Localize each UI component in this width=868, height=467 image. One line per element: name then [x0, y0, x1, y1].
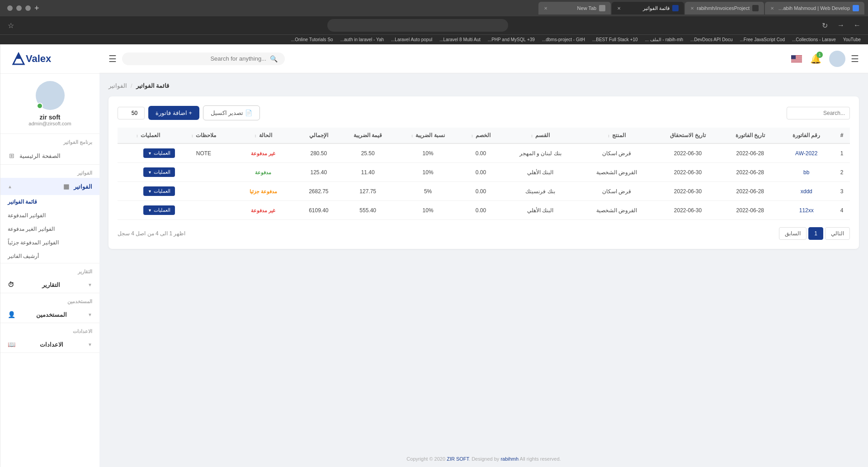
- maximize-button[interactable]: [16, 5, 22, 11]
- cell-section: البنك الأهلي: [502, 163, 579, 182]
- toolbar-left: [787, 107, 850, 119]
- sidebar-item-home[interactable]: الصفحة الرئيسية ⊞: [0, 147, 99, 164]
- browser-tab-2[interactable]: rabihmh/invoicesProject ✕: [685, 2, 764, 14]
- sidebar-sub-item-archive[interactable]: أرشيف الفاتير: [0, 249, 99, 263]
- back-button[interactable]: ←: [851, 19, 863, 32]
- toolbar: 📄 تصدير اكسيل + اضافة فاتورة: [118, 105, 850, 120]
- bookmark-button[interactable]: ☆: [5, 19, 17, 32]
- bookmark-item[interactable]: Online Tutorials So...: [288, 36, 336, 43]
- bookmark-item[interactable]: 10+ BEST Full Stack...: [590, 36, 641, 43]
- sidebar-section-title-reports: التقارير: [0, 263, 99, 276]
- cell-invoice-num[interactable]: bb: [779, 163, 834, 182]
- cell-invoice-num[interactable]: xddd: [779, 182, 834, 201]
- tab-title: Rabih Mahmoud | Web Develop...: [777, 5, 850, 11]
- invoice-link[interactable]: xddd: [801, 188, 812, 195]
- table-body: 1 AW-2022 2022-06-28 2022-06-30 قرض اسكا…: [118, 143, 850, 220]
- sidebar-item-invoices-parent[interactable]: الفواتير ▦ ▲: [0, 178, 99, 195]
- invoice-link[interactable]: 112xx: [799, 207, 814, 214]
- cell-tax-value: 25.50: [340, 143, 396, 163]
- page-size-input[interactable]: [118, 107, 145, 119]
- sidebar-sub-item-paid[interactable]: الفواتير المدفوعة: [0, 209, 99, 222]
- cell-invoice-num[interactable]: AW-2022: [779, 143, 834, 163]
- tab-close-icon[interactable]: ✕: [690, 6, 694, 11]
- bookmark-item[interactable]: auth in laravel - Yah...: [338, 36, 387, 43]
- tab-favicon: [853, 5, 859, 11]
- bookmark-item[interactable]: DevDocs API Docu...: [688, 36, 735, 43]
- pagination-row: التالي 1 السابق اظهر 1 الى 4 من اصل 4 سج…: [118, 227, 850, 240]
- prev-page-button[interactable]: السابق: [779, 227, 807, 240]
- sidebar-sub-label-paid: الفواتير المدفوعة: [8, 212, 46, 219]
- breadcrumb-root: الفواتير: [108, 82, 127, 89]
- col-discount: الخصم ↕: [460, 128, 501, 143]
- minimize-button[interactable]: [25, 5, 31, 11]
- sidebar-sub-item-unpaid[interactable]: الفواتير الغير مدفوعة: [0, 222, 99, 236]
- export-excel-button[interactable]: 📄 تصدير اكسيل: [203, 105, 260, 120]
- col-tax-rate: نسبة الضريبة ↕: [396, 128, 460, 143]
- action-button[interactable]: العمليات ▼: [143, 148, 175, 158]
- table-search-input[interactable]: [787, 107, 850, 119]
- invoices-table-wrapper: # رقم الفاتورة تاريخ الفاتورة تاريخ الاس…: [118, 128, 850, 220]
- bookmark-item[interactable]: YouTube: [840, 36, 863, 43]
- cell-discount: 0.00: [460, 201, 501, 220]
- browser-tab-1[interactable]: Rabih Mahmoud | Web Develop... ✕: [765, 2, 864, 14]
- cell-due-date: 2022-06-30: [654, 163, 721, 182]
- invoices-icon: ▦: [62, 182, 70, 191]
- hamburger-menu[interactable]: ☰: [851, 53, 859, 64]
- breadcrumb: قائمة الفواتير / الفواتير: [108, 82, 859, 89]
- sidebar-sub-item-partial[interactable]: الفواتير المدفوعة جزئياً: [0, 236, 99, 249]
- sidebar-section-invoices-program: برنامج الفواتير الصفحة الرئيسية ⊞: [0, 134, 99, 165]
- menu-icon[interactable]: ☰: [108, 53, 117, 64]
- add-invoice-button[interactable]: + اضافة فاتورة: [148, 106, 199, 120]
- bookmark-item[interactable]: 39+ PHP and MySQL...: [485, 36, 538, 43]
- reports-clock-icon: ⏱: [8, 281, 14, 288]
- cell-tax-rate: 10%: [396, 143, 460, 163]
- footer-brand-link[interactable]: ZIR SOFT: [447, 456, 469, 462]
- language-flag-icon[interactable]: [791, 55, 802, 62]
- bookmark-item[interactable]: Laravel 8 Multi Aut...: [437, 36, 483, 43]
- tab-close-icon[interactable]: ✕: [617, 6, 621, 11]
- page-1-button[interactable]: 1: [808, 227, 823, 240]
- sidebar-settings-header[interactable]: ▼ الاعدادات 📖: [0, 336, 99, 353]
- cell-tax-value: 127.75: [340, 182, 396, 201]
- col-status: الحالة ↕: [229, 128, 297, 143]
- search-box: 🔍: [122, 52, 285, 65]
- action-button[interactable]: العمليات ▼: [143, 167, 175, 177]
- notification-button[interactable]: 🔔 1: [807, 51, 824, 67]
- bookmark-item[interactable]: Free JavaScript Cod...: [737, 36, 788, 43]
- invoice-link[interactable]: AW-2022: [795, 150, 817, 157]
- browser-tab-4[interactable]: New Tab ✕: [538, 2, 611, 14]
- bookmark-item[interactable]: Collections - Larave...: [789, 36, 839, 43]
- tab-close-icon[interactable]: ✕: [544, 6, 547, 11]
- tab-favicon: [672, 5, 679, 11]
- sidebar-section-settings: الاعدادات ▼ الاعدادات 📖: [0, 323, 99, 353]
- cell-invoice-num[interactable]: 112xx: [779, 201, 834, 220]
- user-avatar: [36, 81, 65, 110]
- cell-total: 125.40: [297, 163, 340, 182]
- cell-tax-value: 555.40: [340, 201, 396, 220]
- sidebar-user: zir soft admin@zirsoft.com: [0, 74, 99, 134]
- bookmark-item[interactable]: rabih-mh - الملف ...: [642, 36, 686, 43]
- sidebar-sub-label-unpaid: الفواتير الغير مدفوعة: [8, 226, 55, 232]
- refresh-button[interactable]: ↻: [818, 19, 831, 32]
- search-input[interactable]: [129, 55, 266, 62]
- invoice-link[interactable]: bb: [803, 169, 809, 176]
- bookmark-item[interactable]: Laravel Auto popul...: [388, 36, 435, 43]
- sidebar-reports-header[interactable]: ▼ التقارير ⏱: [0, 276, 99, 293]
- footer-designer-link[interactable]: rabihmh: [500, 456, 519, 462]
- page-footer: .Copyright © 2020 ZIR SOFT. Designed by …: [99, 451, 868, 467]
- action-button[interactable]: العمليات ▼: [143, 186, 175, 196]
- bookmark-item[interactable]: dbms-project - GitH...: [539, 36, 588, 43]
- cell-notes: [179, 182, 229, 201]
- browser-tab-3[interactable]: قائمة الفواتير ✕: [612, 2, 684, 14]
- action-button[interactable]: العمليات ▼: [143, 205, 175, 215]
- main-content: ☰ 🔔 1: [99, 44, 868, 467]
- address-bar-input[interactable]: 127.0.0.1:8000/invoices: [327, 19, 508, 32]
- new-tab-button[interactable]: +: [32, 4, 42, 13]
- sidebar-users-header[interactable]: ▼ المستخدمين 👤: [0, 306, 99, 323]
- nav-avatar[interactable]: [829, 51, 845, 67]
- sidebar-sub-item-invoice-list[interactable]: قائمة الفواتير: [0, 195, 99, 209]
- forward-button[interactable]: →: [835, 19, 847, 32]
- next-page-button[interactable]: التالي: [825, 227, 850, 240]
- tab-close-icon[interactable]: ✕: [770, 6, 774, 11]
- close-button[interactable]: [7, 5, 13, 11]
